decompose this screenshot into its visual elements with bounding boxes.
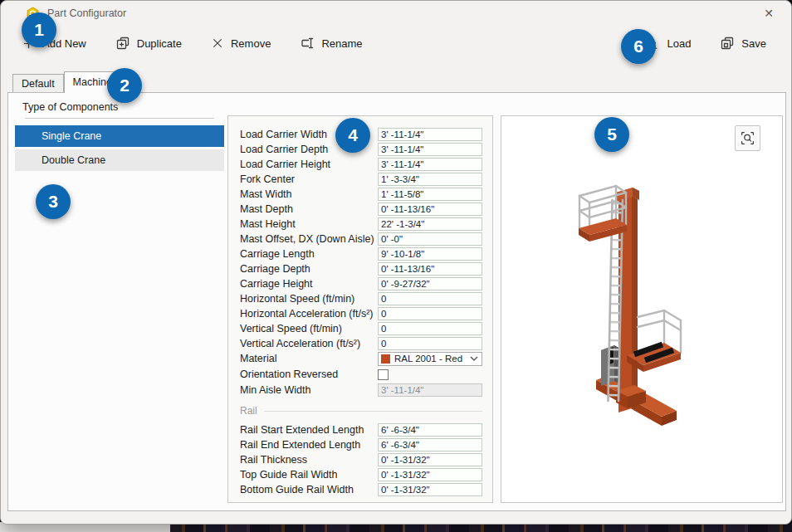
duplicate-label: Duplicate <box>137 37 182 50</box>
field-label: Mast Offset, DX (Down Aisle) <box>240 233 378 245</box>
field-label: Vertical Speed (ft/min) <box>240 323 378 334</box>
field-label: Fork Center <box>240 173 378 185</box>
fork-center-input[interactable] <box>378 173 482 186</box>
orientation-reversed-checkbox[interactable] <box>378 369 389 380</box>
zoom-to-fit-icon <box>741 131 755 145</box>
tab-page-machines: Type of Components Single Crane Double C… <box>7 92 786 511</box>
vertical-acceleration-input[interactable] <box>378 337 482 350</box>
callout-badge-1: 1 <box>22 12 56 47</box>
window-title: Part Configurator <box>47 7 126 19</box>
min-aisle-width-input <box>378 383 482 397</box>
save-label: Save <box>741 37 766 50</box>
save-button[interactable]: Save <box>716 33 771 53</box>
field-label: Rail Start Extended Length <box>240 424 378 436</box>
top-guide-rail-width-input[interactable] <box>378 468 482 481</box>
duplicate-icon <box>116 37 130 50</box>
field-label: Rail Thickness <box>240 454 378 466</box>
close-button[interactable]: ✕ <box>758 4 780 22</box>
preview-panel <box>501 115 783 503</box>
rail-group-header: Rail <box>240 399 482 422</box>
load-carrier-width-input[interactable] <box>378 128 482 141</box>
rail-group-rule <box>264 411 482 412</box>
field-label: Min Aisle Width <box>240 384 378 396</box>
rename-icon <box>301 37 314 50</box>
close-x-icon <box>212 37 223 49</box>
zoom-to-fit-button[interactable] <box>735 125 760 151</box>
load-carrier-depth-input[interactable] <box>378 143 482 156</box>
field-label: Horizontal Speed (ft/min) <box>240 293 378 305</box>
field-label: Mast Width <box>240 188 378 200</box>
horizontal-acceleration-input[interactable] <box>378 307 482 320</box>
tab-default[interactable]: Default <box>12 74 64 92</box>
material-value: RAL 2001 - Red <box>394 354 466 364</box>
load-carrier-height-input[interactable] <box>378 158 482 171</box>
callout-badge-3: 3 <box>36 184 71 219</box>
rail-group-label: Rail <box>240 405 257 417</box>
list-item-single-crane[interactable]: Single Crane <box>15 125 224 147</box>
desktop-wallpaper <box>170 524 792 532</box>
duplicate-button[interactable]: Duplicate <box>111 33 187 53</box>
sidebar-divider <box>25 118 214 119</box>
titlebar: Part Configurator ✕ <box>1 1 791 26</box>
callout-badge-5: 5 <box>594 117 629 152</box>
rail-end-extended-length-input[interactable] <box>378 438 482 451</box>
field-label: Vertical Acceleration (ft/s²) <box>240 338 378 349</box>
bottom-guide-rail-width-input[interactable] <box>378 483 482 496</box>
material-select[interactable]: RAL 2001 - Red <box>378 352 482 366</box>
horizontal-speed-input[interactable] <box>378 292 482 305</box>
carriage-height-input[interactable] <box>378 277 482 290</box>
field-label: Load Carrier Height <box>240 159 378 170</box>
color-swatch <box>381 354 390 364</box>
component-type-list: Single Crane Double Crane <box>15 125 224 171</box>
save-icon <box>721 37 734 50</box>
screenshot-stage: Part Configurator ✕ Add New Duplicate Re… <box>0 0 792 532</box>
load-label: Load <box>667 37 691 50</box>
remove-label: Remove <box>231 37 271 50</box>
mast-depth-input[interactable] <box>378 203 482 216</box>
field-label: Bottom Guide Rail Width <box>240 484 378 495</box>
field-label: Carriage Depth <box>240 263 378 275</box>
vertical-speed-input[interactable] <box>378 322 482 335</box>
rail-thickness-input[interactable] <box>378 453 482 466</box>
field-label: Carriage Length <box>240 248 378 260</box>
carriage-length-input[interactable] <box>378 247 482 261</box>
rail-start-extended-length-input[interactable] <box>378 423 482 437</box>
carriage-depth-input[interactable] <box>378 262 482 276</box>
toolbar: Add New Duplicate Remove Rename <box>1 29 791 57</box>
remove-button[interactable]: Remove <box>207 34 276 53</box>
list-item-double-crane[interactable]: Double Crane <box>15 149 224 171</box>
sidebar-heading: Type of Components <box>22 101 118 113</box>
field-label: Material <box>240 353 378 364</box>
callout-badge-6: 6 <box>621 29 656 64</box>
chevron-down-icon <box>470 356 478 361</box>
callout-badge-4: 4 <box>335 118 370 153</box>
field-label: Horizontal Acceleration (ft/s²) <box>240 308 378 320</box>
callout-badge-2: 2 <box>107 68 142 103</box>
rename-label: Rename <box>321 37 362 50</box>
field-label: Mast Depth <box>240 203 378 215</box>
crane-3d-viewport[interactable] <box>501 116 782 502</box>
rename-button[interactable]: Rename <box>296 33 367 53</box>
mast-height-input[interactable] <box>378 217 482 231</box>
machine-parameters-panel: Load Carrier Width Load Carrier Depth Lo… <box>227 115 493 503</box>
mast-offset-dx-input[interactable] <box>378 232 482 246</box>
field-label: Top Guide Rail Width <box>240 469 378 481</box>
field-label: Mast Height <box>240 218 378 230</box>
field-label: Carriage Height <box>240 278 378 290</box>
field-label: Orientation Reversed <box>240 368 378 380</box>
field-label: Rail End Extended Length <box>240 439 378 451</box>
mast-width-input[interactable] <box>378 188 482 201</box>
